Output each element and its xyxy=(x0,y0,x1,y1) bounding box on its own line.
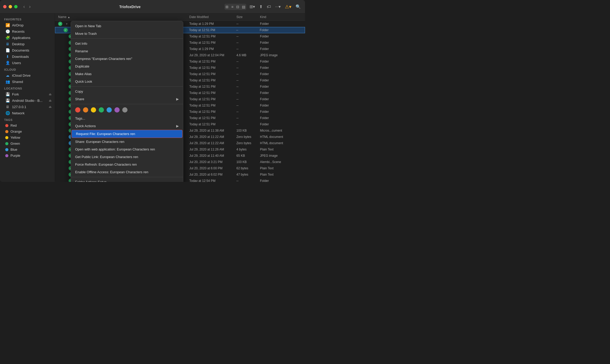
search-icon[interactable]: 🔍 xyxy=(295,3,302,10)
downloads-label: Downloads xyxy=(12,55,29,59)
sidebar-item-android-studio[interactable]: 💾 Android Studio - B... ⏏ xyxy=(1,97,54,104)
ctx-open-new-tab[interactable]: Open in New Tab xyxy=(71,22,183,30)
sidebar-item-red[interactable]: Red xyxy=(1,122,54,128)
sidebar-item-icloud-drive[interactable]: ☁ iCloud Drive xyxy=(1,72,54,79)
back-button[interactable]: ‹ xyxy=(22,3,26,10)
file-kind: JPEG image xyxy=(260,154,302,158)
sidebar-item-documents[interactable]: 📄 Documents xyxy=(1,47,54,53)
ctx-color-purple[interactable] xyxy=(114,107,120,113)
ctx-copy[interactable]: Copy xyxy=(71,88,183,95)
ctx-color-red[interactable] xyxy=(75,107,80,113)
kind-column-header[interactable]: Kind xyxy=(260,15,302,19)
applications-icon: 🧩 xyxy=(5,36,10,40)
file-size: 103 KB xyxy=(236,129,260,132)
share-icon[interactable]: ⬆ xyxy=(258,3,264,10)
sidebar-item-fork[interactable]: 💾 Fork ⏏ xyxy=(1,91,54,97)
sidebar-item-localhost[interactable]: 🖥 127.0.0.1 ⏏ xyxy=(1,104,54,110)
ctx-separator-1 xyxy=(71,38,183,39)
file-date: Jul 29, 2020 at 11:40 AM xyxy=(189,154,236,158)
ctx-share[interactable]: Share ▶ xyxy=(71,95,183,103)
ctx-compress[interactable]: Compress "European Characters ren" xyxy=(71,55,183,63)
purple-label: Purple xyxy=(10,154,20,158)
sidebar-item-downloads[interactable]: ⬇ Downloads xyxy=(1,53,54,60)
ctx-get-public-link[interactable]: Get Public Link: European Characters ren xyxy=(71,153,183,161)
ctx-tags[interactable]: Tags... xyxy=(71,115,183,122)
sidebar-item-users[interactable]: 👤 Users xyxy=(1,60,54,66)
sidebar-item-blue[interactable]: Blue xyxy=(1,147,54,153)
close-button[interactable] xyxy=(3,5,7,8)
file-date: Today at 1:29 PM xyxy=(189,47,236,51)
ctx-rename[interactable]: Rename xyxy=(71,47,183,55)
ctx-share-label: Share xyxy=(75,97,84,101)
ctx-make-alias[interactable]: Make Alias xyxy=(71,70,183,78)
file-date: Jul 29, 2020 at 12:04 PM xyxy=(189,53,236,57)
file-kind: Folder xyxy=(260,110,302,114)
icloud-drive-label: iCloud Drive xyxy=(12,74,31,77)
android-eject-icon[interactable]: ⏏ xyxy=(49,99,52,102)
sidebar-item-airdrop[interactable]: 📶 AirDrop xyxy=(1,22,54,28)
ctx-color-gray[interactable] xyxy=(122,107,127,113)
file-date: Jul 20, 2020 at 3:21 PM xyxy=(189,160,236,164)
column-headers: Name ▲ Date Modified Size Kind xyxy=(55,14,305,21)
minimize-button[interactable] xyxy=(9,5,12,8)
ctx-quick-look[interactable]: Quick Look xyxy=(71,78,183,85)
sidebar-item-shared[interactable]: 👥 Shared xyxy=(1,79,54,85)
file-date: Jul 29, 2020 at 11:22 AM xyxy=(189,141,236,145)
maximize-button[interactable] xyxy=(14,5,18,8)
warning-icon[interactable]: ⚠▾ xyxy=(284,3,292,11)
icloud-drive-icon: ☁ xyxy=(5,73,10,77)
ctx-enable-offline[interactable]: Enable Offline Access: European Characte… xyxy=(71,168,183,176)
tags-header: Tags xyxy=(0,116,55,122)
favorites-header: Favorites xyxy=(0,16,55,22)
green-dot xyxy=(5,142,8,145)
tag-icon[interactable]: 🏷 xyxy=(266,3,272,10)
sidebar-item-yellow[interactable]: Yellow xyxy=(1,135,54,141)
file-kind: Folder xyxy=(260,97,302,101)
ctx-color-orange[interactable] xyxy=(83,107,88,113)
ctx-share-eur[interactable]: Share: European Characters ren xyxy=(71,138,183,145)
sidebar-item-desktop[interactable]: 🖥 Desktop xyxy=(1,41,54,47)
ctx-force-refresh[interactable]: Force Refresh: European Characters ren xyxy=(71,161,183,168)
file-kind: Folder xyxy=(260,28,302,32)
group-by-icon[interactable]: ⊞▾ xyxy=(248,3,256,10)
ctx-color-yellow[interactable] xyxy=(91,107,96,113)
ctx-get-info[interactable]: Get Info xyxy=(71,40,183,47)
file-kind: Folder xyxy=(260,60,302,63)
fork-eject-icon[interactable]: ⏏ xyxy=(49,92,52,96)
file-date: Jul 29, 2020 at 11:22 AM xyxy=(189,135,236,139)
sidebar-item-applications[interactable]: 🧩 Applications xyxy=(1,35,54,41)
sidebar-item-orange[interactable]: Orange xyxy=(1,128,54,135)
sidebar-item-purple[interactable]: Purple xyxy=(1,153,54,159)
sidebar-item-green[interactable]: Green xyxy=(1,141,54,147)
name-column-header[interactable]: Name ▲ xyxy=(58,15,189,19)
ctx-quick-actions[interactable]: Quick Actions ▶ xyxy=(71,122,183,130)
column-view-button[interactable]: ⊟ xyxy=(235,4,240,10)
ctx-color-green[interactable] xyxy=(99,107,104,113)
sidebar-item-recents[interactable]: 🕐 Recents xyxy=(1,28,54,35)
file-size: -- xyxy=(236,179,260,182)
file-size: 62 bytes xyxy=(236,166,260,170)
date-column-header[interactable]: Date Modified xyxy=(189,15,236,19)
titlebar: ‹ › TriofoxDrive ⊞ ≡ ⊟ ▤ ⊞▾ ⬆ 🏷 ···▾ ⚠▾ … xyxy=(0,0,305,14)
file-size: -- xyxy=(236,79,260,82)
size-column-header[interactable]: Size xyxy=(236,15,260,19)
ctx-move-to-trash[interactable]: Move to Trash xyxy=(71,30,183,37)
ctx-request-file[interactable]: Request File: European Characters ren xyxy=(71,130,182,138)
list-view-button[interactable]: ≡ xyxy=(230,4,234,10)
icon-view-button[interactable]: ⊞ xyxy=(224,4,230,10)
file-kind: Plain Text xyxy=(260,173,302,176)
ctx-folder-actions[interactable]: Folder Actions Setup... xyxy=(71,178,183,182)
airdrop-label: AirDrop xyxy=(12,23,24,27)
forward-button[interactable]: › xyxy=(27,3,32,10)
file-kind: Folder xyxy=(260,47,302,51)
file-size: -- xyxy=(236,35,260,38)
more-icon[interactable]: ···▾ xyxy=(274,3,282,10)
file-size: -- xyxy=(236,41,260,44)
ctx-quick-actions-label: Quick Actions xyxy=(75,124,96,128)
ctx-duplicate[interactable]: Duplicate xyxy=(71,63,183,70)
localhost-eject-icon[interactable]: ⏏ xyxy=(49,105,52,109)
ctx-open-web[interactable]: Open with web application: European Char… xyxy=(71,145,183,153)
gallery-view-button[interactable]: ▤ xyxy=(241,4,246,10)
sidebar-item-network[interactable]: 🌐 Network xyxy=(1,110,54,116)
ctx-color-blue[interactable] xyxy=(107,107,112,113)
